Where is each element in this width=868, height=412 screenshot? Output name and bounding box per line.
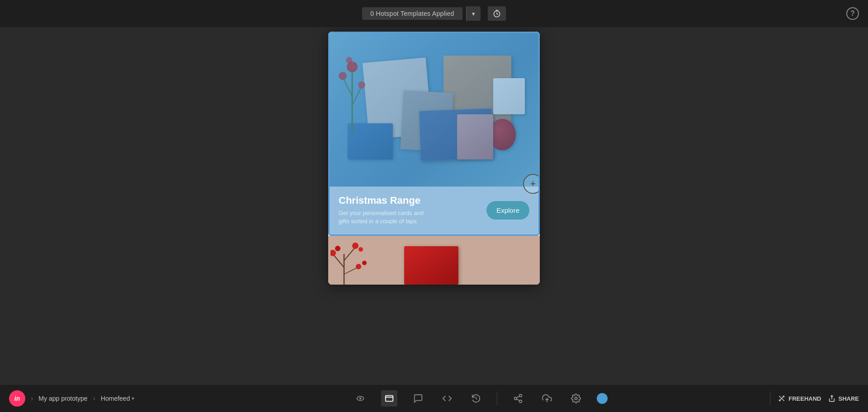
hotspot-tool-button[interactable] [381, 390, 397, 407]
breadcrumb-screen-dropdown[interactable]: Homefeed ▾ [101, 395, 135, 402]
invision-logo[interactable]: in [9, 390, 25, 407]
canvas-area: Christmas Range Get your personalised ca… [0, 27, 868, 385]
svg-point-14 [352, 243, 359, 249]
christmas-image [330, 33, 538, 187]
freehand-icon [778, 394, 786, 403]
logo-text: in [14, 395, 20, 402]
history-tool-button[interactable] [468, 390, 484, 407]
svg-point-12 [330, 250, 336, 256]
code-tool-button[interactable] [439, 390, 455, 407]
breadcrumb-arrow-1: › [31, 394, 33, 403]
svg-point-15 [359, 247, 363, 252]
svg-line-25 [517, 399, 519, 401]
svg-point-24 [519, 400, 522, 403]
eye-icon [355, 393, 365, 403]
bottom-toolbar: in › My app prototype › Homefeed ▾ [0, 385, 868, 412]
invision-logo-icon: in [9, 390, 25, 407]
christmas-subtitle: Get your personalised cards and gifts so… [339, 209, 429, 225]
help-button[interactable]: ? [846, 7, 859, 20]
share-network-button[interactable] [510, 390, 526, 407]
device-frame-inner: Christmas Range Get your personalised ca… [328, 32, 540, 285]
freehand-button[interactable]: FREEHAND [778, 394, 821, 403]
toolbar-divider-right [770, 392, 770, 405]
preview-tool-button[interactable] [352, 390, 368, 407]
svg-rect-20 [386, 396, 393, 402]
hotspot-badge: 0 Hotspot Templates Applied ▾ [362, 6, 505, 21]
red-envelope [404, 246, 458, 285]
svg-point-13 [335, 246, 340, 251]
screen-1-christmas[interactable]: Christmas Range Get your personalised ca… [328, 32, 540, 236]
svg-point-16 [356, 264, 361, 269]
svg-line-26 [517, 396, 519, 398]
timer-button[interactable] [488, 6, 506, 21]
svg-line-10 [344, 247, 355, 261]
share-button[interactable]: SHARE [828, 395, 859, 402]
share-icon [828, 395, 835, 402]
breadcrumb-arrow-2: › [93, 394, 95, 403]
history-icon [471, 393, 481, 403]
hotspot-label: 0 Hotspot Templates Applied [362, 7, 462, 20]
hotspot-dropdown-button[interactable]: ▾ [466, 6, 481, 21]
upload-button[interactable] [539, 390, 555, 407]
share-network-icon [513, 393, 523, 403]
blue-overlay [330, 33, 538, 187]
svg-point-22 [519, 394, 522, 397]
chevron-down-icon: ▾ [132, 395, 134, 402]
svg-point-19 [359, 398, 362, 400]
settings-button[interactable] [568, 390, 584, 407]
comment-tool-button[interactable] [410, 390, 426, 407]
red-berries-left [330, 236, 376, 285]
christmas-title: Christmas Range [339, 195, 429, 206]
top-bar: 0 Hotspot Templates Applied ▾ ? [0, 0, 868, 27]
comment-icon [413, 393, 423, 403]
toolbar-divider [497, 392, 497, 405]
upload-icon [542, 393, 552, 403]
breadcrumb-screen: Homefeed [101, 395, 130, 402]
explore-button[interactable]: Explore [486, 201, 529, 220]
chevron-down-icon: ▾ [472, 10, 475, 17]
screen-1-content: Christmas Range Get your personalised ca… [330, 187, 538, 234]
bottom-right: FREEHAND SHARE [770, 392, 868, 405]
share-label: SHARE [838, 395, 859, 402]
timer-icon [492, 9, 501, 18]
breadcrumb-project[interactable]: My app prototype [38, 395, 87, 402]
device-frame: Christmas Range Get your personalised ca… [328, 32, 540, 285]
freehand-label: FREEHAND [788, 395, 821, 402]
screen-1-text: Christmas Range Get your personalised ca… [339, 195, 429, 225]
bottom-center-tools [190, 390, 770, 407]
settings-icon [571, 393, 581, 403]
hotspot-icon [384, 393, 394, 403]
code-icon [442, 393, 452, 403]
screen-2-partial [328, 236, 540, 285]
bottom-left: in › My app prototype › Homefeed ▾ [0, 390, 190, 407]
svg-point-28 [575, 397, 577, 400]
svg-line-11 [344, 267, 358, 274]
svg-point-23 [514, 397, 517, 400]
svg-point-17 [362, 261, 367, 265]
color-dot[interactable] [597, 393, 608, 404]
svg-line-9 [333, 254, 344, 267]
